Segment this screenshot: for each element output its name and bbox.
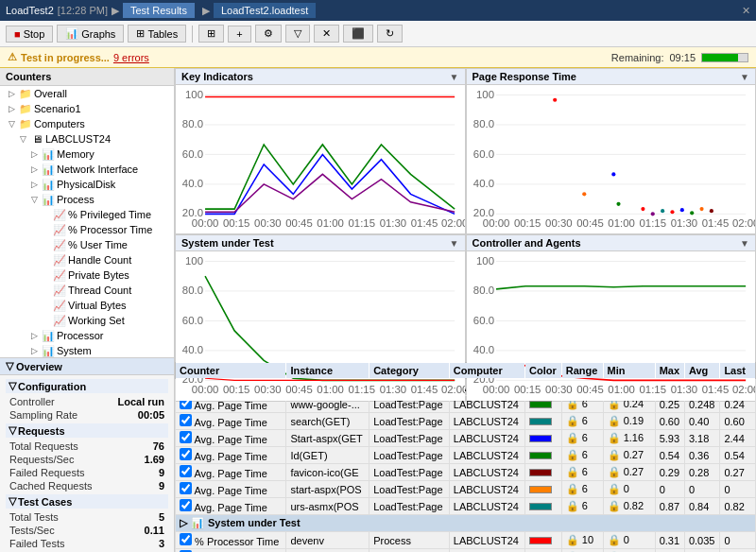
expand-icon: ▷ (38, 316, 53, 325)
row-checkbox[interactable] (180, 465, 192, 477)
tree-item-overall[interactable]: ▷ 📁 Overall (0, 86, 174, 101)
table-row[interactable]: Avg. Page Timeurs-asmx(POSLoadTest:PageL… (176, 498, 756, 515)
tree-item-memory[interactable]: ▷ 📊 Memory (0, 147, 174, 162)
svg-text:00:45: 00:45 (576, 217, 603, 229)
toolbar-btn-1[interactable]: ⊞ (198, 25, 224, 43)
chart-sut-dropdown[interactable]: ▼ (450, 238, 459, 249)
testcases-section-title[interactable]: ▽ Test Cases (6, 494, 168, 509)
col-instance[interactable]: Instance (286, 363, 369, 379)
tree-item-private-bytes[interactable]: ▷ 📈 Private Bytes (0, 267, 174, 283)
tables-button[interactable]: ⊞ Tables (128, 25, 186, 43)
col-last[interactable]: Last (720, 363, 756, 379)
cell-counter[interactable]: Avg. Page Time (176, 464, 286, 481)
svg-text:80.0: 80.0 (182, 285, 203, 296)
metric-icon: 📈 (53, 268, 66, 282)
config-section-title[interactable]: ▽ Configuration (6, 379, 168, 393)
tree-item-system[interactable]: ▷ 📊 System (0, 343, 174, 357)
col-category[interactable]: Category (369, 363, 450, 379)
requests-section-title[interactable]: ▽ Requests (6, 423, 168, 438)
tree-item-network[interactable]: ▷ 📊 Network Interface (0, 162, 174, 177)
table-row[interactable]: Avg. Page TimeStart-aspx(GETLoadTest:Pag… (176, 430, 756, 447)
close-icon[interactable]: ✕ (742, 5, 750, 17)
col-computer[interactable]: Computer (449, 363, 524, 379)
tree-item-processor-time[interactable]: ▷ 📈 % Processor Time (0, 222, 174, 237)
tree-item-working-set[interactable]: ▷ 📈 Working Set (0, 313, 174, 328)
tree-item-process[interactable]: ▽ 📊 Process (0, 192, 174, 207)
tree-item-user-time[interactable]: ▷ 📈 % User Time (0, 237, 174, 252)
cell-min: 🔒 1.16 (603, 430, 655, 447)
toolbar-btn-2[interactable]: + (228, 26, 250, 43)
cell-avg: 0.28 (684, 464, 720, 481)
requests-sec-label: Requests/Sec (9, 454, 74, 465)
config-controller-row: Controller Local run (6, 395, 168, 408)
graphs-button[interactable]: 📊 Graphs (57, 25, 124, 43)
tree-item-scenario1[interactable]: ▷ 📁 Scenario1 (0, 101, 174, 116)
stop-button[interactable]: ■ Stop (6, 26, 53, 43)
cell-counter[interactable]: Avg. Page Time (176, 481, 286, 498)
chart-key-indicators-dropdown[interactable]: ▼ (450, 72, 459, 82)
table-row[interactable]: % Processor TimedevenvProcessLABCLUST24🔒… (176, 532, 756, 549)
row-checkbox[interactable] (180, 482, 192, 494)
row-checkbox[interactable] (180, 499, 192, 511)
requests-title: Requests (18, 425, 65, 437)
tree-item-virtual-bytes[interactable]: ▷ 📈 Virtual Bytes (0, 298, 174, 313)
overview-header[interactable]: ▽ Overview (0, 358, 174, 375)
title-text: LoadTest2 (6, 5, 54, 16)
svg-text:80.0: 80.0 (472, 285, 493, 296)
toolbar-btn-3[interactable]: ⚙ (255, 25, 282, 43)
svg-text:60.0: 60.0 (182, 148, 203, 160)
col-counter[interactable]: Counter (176, 363, 286, 379)
row-checkbox[interactable] (180, 431, 192, 443)
cell-range: 🔒 6 (561, 498, 603, 515)
toolbar-btn-4[interactable]: ▽ (285, 25, 310, 43)
cell-counter[interactable]: Avg. Page Time (176, 498, 286, 515)
cell-instance: _Other(1) (286, 549, 369, 553)
tree-item-thread-count[interactable]: ▷ 📈 Thread Count (0, 283, 174, 298)
counters-header: Counters (0, 68, 174, 86)
chart-ca-dropdown[interactable]: ▼ (740, 238, 749, 249)
col-max[interactable]: Max (655, 363, 684, 379)
cell-category: LoadTest:Page (369, 481, 450, 498)
svg-point-34 (650, 212, 654, 216)
table-row[interactable]: Avg. Page Timestart-aspx(POSLoadTest:Pag… (176, 481, 756, 498)
toolbar-btn-6[interactable]: ⬛ (343, 25, 373, 43)
svg-text:00:15: 00:15 (513, 217, 540, 229)
row-checkbox[interactable] (180, 533, 192, 545)
tree-item-privileged[interactable]: ▷ 📈 % Privileged Time (0, 207, 174, 222)
cell-min: 🔒 0.27 (603, 464, 655, 481)
tree-item-computers[interactable]: ▽ 📁 Computers (0, 116, 174, 131)
toolbar-btn-5[interactable]: ✕ (314, 25, 339, 43)
row-checkbox[interactable] (180, 414, 192, 426)
tree-item-labclust24[interactable]: ▽ 🖥 LABCLUST24 (0, 131, 174, 147)
svg-text:100: 100 (476, 89, 494, 100)
tree-item-handle-count[interactable]: ▷ 📈 Handle Count (0, 252, 174, 267)
metric-icon: 📈 (53, 238, 66, 251)
cell-counter[interactable]: % Processor Time (176, 532, 286, 549)
cell-counter[interactable]: Avg. Page Time (176, 413, 286, 430)
cell-min: 🔒 0.27 (603, 447, 655, 464)
table-row[interactable]: Avg. Page Timefavicon-ico(GELoadTest:Pag… (176, 464, 756, 481)
cell-counter[interactable]: Avg. Page Time (176, 447, 286, 464)
total-tests-value: 5 (159, 511, 164, 523)
chart-page-response-dropdown[interactable]: ▼ (740, 72, 749, 82)
toolbar-btn-7[interactable]: ↻ (377, 25, 403, 43)
status-errors-link[interactable]: 9 errors (113, 52, 149, 63)
col-min[interactable]: Min (603, 363, 655, 379)
tree-label: LABCLUST24 (45, 133, 111, 145)
row-checkbox[interactable] (180, 448, 192, 460)
col-avg[interactable]: Avg (684, 363, 720, 379)
table-row[interactable]: % Processor Time_Other(1)ProcessLABCLUST… (176, 549, 756, 553)
tree-item-processor[interactable]: ▷ 📊 Processor (0, 328, 174, 343)
tab-testresults[interactable]: Test Results (123, 3, 195, 18)
cell-category: LoadTest:Page (369, 498, 450, 515)
total-requests-row: Total Requests 76 (6, 440, 168, 453)
table-row[interactable]: Avg. Page TimeId(GET)LoadTest:PageLABCLU… (176, 447, 756, 464)
col-color[interactable]: Color (525, 363, 562, 379)
col-range[interactable]: Range (561, 363, 603, 379)
table-row[interactable]: Avg. Page Timesearch(GET)LoadTest:PageLA… (176, 413, 756, 430)
tree-item-physicaldisk[interactable]: ▷ 📊 PhysicalDisk (0, 177, 174, 192)
tab-loadtest[interactable]: LoadTest2.loadtest (214, 3, 316, 18)
cell-counter[interactable]: Avg. Page Time (176, 430, 286, 447)
cell-range: 🔒 6 (561, 549, 603, 553)
cell-counter[interactable]: % Processor Time (176, 549, 286, 553)
